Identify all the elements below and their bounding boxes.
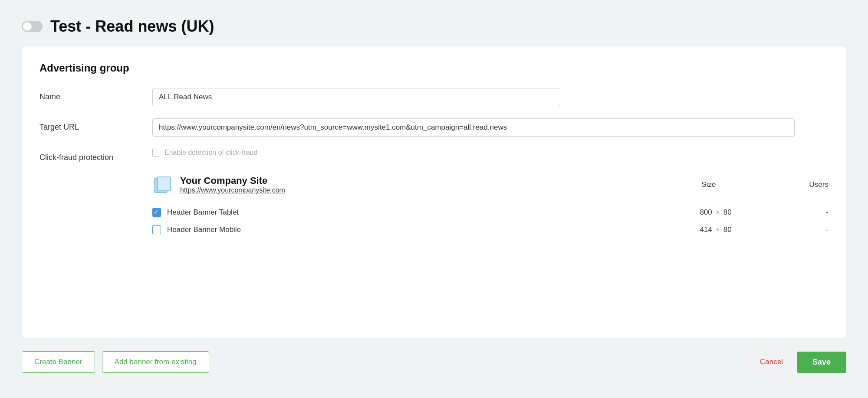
banner-width: 800 [700, 208, 712, 217]
section-title: Advertising group [39, 62, 829, 74]
target-url-label: Target URL [39, 118, 152, 132]
size-x: × [716, 225, 720, 234]
banner-row: Header Banner Mobile414×80- [152, 221, 829, 238]
modal-container: Test - Read news (UK) Advertising group … [9, 9, 859, 390]
banner-height: 80 [723, 208, 732, 217]
banner-users: - [759, 225, 829, 234]
site-icon [152, 174, 173, 195]
banner-name: Header Banner Mobile [167, 225, 672, 234]
target-url-row: Target URL [39, 118, 829, 137]
col-users-header: Users [759, 180, 829, 189]
site-header: Your Company Site https://www.yourcompan… [152, 174, 829, 195]
banner-height: 80 [723, 225, 732, 234]
toggle-switch[interactable] [22, 21, 43, 32]
banner-size: 800×80 [672, 208, 759, 217]
click-fraud-checkbox-label: Enable detection of click-fraud [164, 149, 257, 157]
col-size-header: Size [665, 180, 752, 189]
site-name: Your Company Site [180, 175, 658, 186]
add-banner-button[interactable]: Add banner from existing [102, 351, 209, 373]
header-row: Test - Read news (UK) [22, 17, 846, 36]
click-fraud-label: Click-fraud protection [39, 149, 152, 162]
name-row: Name [39, 88, 829, 106]
banner-width: 414 [700, 225, 712, 234]
url-field [152, 118, 829, 137]
click-fraud-row: Click-fraud protection Enable detection … [39, 149, 829, 162]
cancel-button[interactable]: Cancel [755, 354, 788, 370]
click-fraud-checkbox-row: Enable detection of click-fraud [152, 149, 829, 157]
banner-name: Header Banner Tablet [167, 208, 672, 217]
banner-users: - [759, 208, 829, 217]
create-banner-button[interactable]: Create Banner [22, 351, 95, 373]
site-url[interactable]: https://www.yourcompanysite.com [180, 186, 658, 194]
banner-size: 414×80 [672, 225, 759, 234]
banner-checkbox[interactable] [152, 225, 161, 234]
name-field [152, 88, 829, 106]
banner-list: Header Banner Tablet800×80-Header Banner… [152, 204, 829, 238]
page-title: Test - Read news (UK) [50, 17, 214, 36]
site-section: Your Company Site https://www.yourcompan… [152, 174, 829, 238]
name-label: Name [39, 88, 152, 101]
name-input[interactable] [152, 88, 560, 106]
click-fraud-field: Enable detection of click-fraud [152, 149, 829, 157]
site-info: Your Company Site https://www.yourcompan… [180, 175, 658, 194]
banner-row: Header Banner Tablet800×80- [152, 204, 829, 221]
footer-left: Create Banner Add banner from existing [22, 351, 209, 373]
size-x: × [716, 208, 720, 217]
save-button[interactable]: Save [797, 352, 846, 373]
footer-row: Create Banner Add banner from existing C… [22, 347, 846, 377]
click-fraud-checkbox[interactable] [152, 149, 160, 157]
url-input[interactable] [152, 118, 795, 137]
svg-rect-1 [158, 177, 171, 191]
banner-checkbox[interactable] [152, 208, 161, 217]
footer-right: Cancel Save [755, 352, 846, 373]
content-card: Advertising group Name Target URL Click-… [22, 46, 846, 338]
